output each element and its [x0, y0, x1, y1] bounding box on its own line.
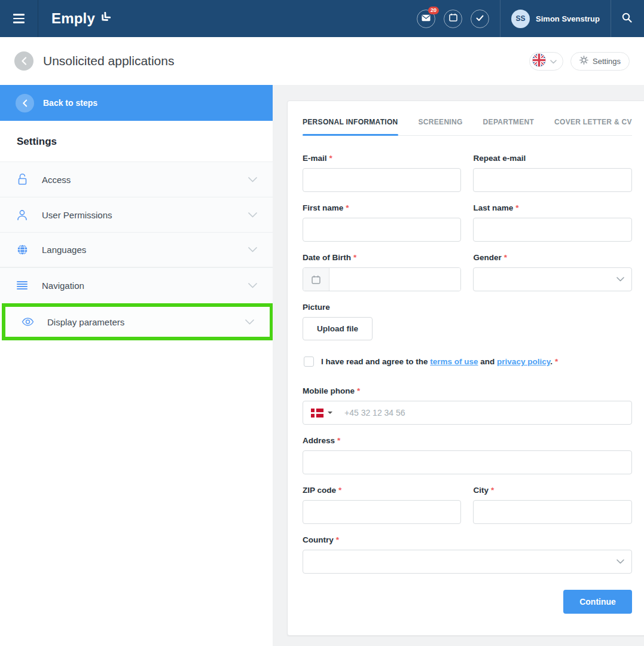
chevron-left-icon: [16, 94, 34, 112]
country-code-selector[interactable]: [303, 409, 340, 418]
app-logo[interactable]: Emply: [51, 10, 111, 27]
settings-button[interactable]: Settings: [570, 52, 630, 71]
required-marker: *: [329, 154, 332, 163]
calendar-icon: [449, 13, 457, 24]
notification-badge: 20: [428, 7, 439, 14]
required-marker: *: [357, 386, 360, 395]
chevron-down-icon: [248, 177, 257, 182]
chevron-down-icon: [248, 247, 257, 252]
required-marker: *: [555, 357, 558, 366]
required-marker: *: [336, 535, 339, 544]
back-button[interactable]: [14, 51, 33, 71]
back-to-steps-label: Back to steps: [43, 98, 97, 108]
user-name: Simon Svenstrup: [536, 14, 600, 23]
repeat-email-field[interactable]: [473, 168, 631, 192]
required-marker: *: [353, 253, 356, 262]
messages-button[interactable]: 20: [417, 10, 435, 28]
calendar-icon[interactable]: [303, 268, 329, 291]
first-name-field[interactable]: [303, 218, 461, 242]
page-title: Unsolicited applications: [43, 54, 174, 68]
city-label: City*: [473, 486, 631, 495]
upload-file-button[interactable]: Upload file: [303, 317, 373, 340]
page-header: Unsolicited applications Settings: [0, 37, 644, 85]
sidebar-item-label: Display parameters: [47, 317, 124, 327]
search-button[interactable]: [622, 13, 632, 25]
chevron-down-icon: [248, 283, 257, 288]
required-marker: *: [515, 203, 518, 212]
logo-text: Emply: [51, 10, 95, 27]
sidebar-heading: Settings: [0, 121, 273, 162]
search-icon: [622, 13, 632, 25]
sidebar-item-label: Languages: [42, 245, 86, 255]
mobile-phone-field[interactable]: [340, 408, 631, 418]
sidebar-item-languages[interactable]: Languages: [0, 232, 273, 267]
checkmark-icon: [476, 13, 484, 24]
sidebar-item-navigation[interactable]: Navigation: [0, 267, 273, 303]
required-marker: *: [504, 253, 507, 262]
calendar-button[interactable]: [444, 10, 462, 28]
city-field[interactable]: [473, 500, 631, 524]
email-field[interactable]: [303, 168, 461, 192]
tab-department[interactable]: DEPARTMENT: [483, 118, 534, 135]
required-marker: *: [337, 436, 340, 445]
sidebar-item-label: Navigation: [42, 281, 84, 291]
last-name-label: Last name*: [473, 203, 631, 212]
terms-of-use-link[interactable]: terms of use: [430, 357, 478, 366]
repeat-email-label: Repeat e-mail: [473, 154, 631, 163]
tasks-button[interactable]: [471, 10, 489, 28]
list-icon: [16, 281, 29, 290]
annotation-highlight-box: Display parameters: [2, 303, 273, 340]
topbar-divider: [611, 0, 611, 37]
user-menu[interactable]: SS Simon Svenstrup: [511, 10, 600, 28]
denmark-flag-icon: [311, 409, 323, 418]
globe-icon: [16, 244, 29, 255]
address-label: Address*: [303, 436, 632, 445]
sidebar-item-label: User Permissions: [42, 210, 112, 220]
main-area: PERSONAL INFORMATION SCREENING DEPARTMEN…: [273, 85, 644, 646]
chevron-down-icon: [245, 319, 254, 325]
settings-button-label: Settings: [593, 57, 621, 66]
required-marker: *: [338, 486, 341, 495]
tab-cover-letter-cv[interactable]: COVER LETTER & CV: [554, 118, 632, 135]
dob-field[interactable]: [329, 268, 460, 291]
last-name-field[interactable]: [473, 218, 631, 242]
sidebar-item-access[interactable]: Access: [0, 162, 273, 197]
tab-personal-information[interactable]: PERSONAL INFORMATION: [303, 118, 398, 135]
address-field[interactable]: [303, 450, 632, 474]
sidebar-item-label: Access: [42, 175, 71, 185]
gender-label: Gender*: [473, 253, 631, 262]
form-tabs: PERSONAL INFORMATION SCREENING DEPARTMEN…: [303, 118, 632, 136]
consent-text: I have read and agree to the terms of us…: [321, 357, 558, 366]
back-to-steps-button[interactable]: Back to steps: [0, 85, 273, 121]
sidebar-item-user-permissions[interactable]: User Permissions: [0, 197, 273, 232]
dob-label: Date of Birth*: [303, 253, 461, 262]
required-marker: *: [346, 203, 349, 212]
mobile-phone-label: Mobile phone*: [303, 386, 632, 395]
top-bar: Emply 20 SS Simon Svenstrup: [0, 0, 644, 37]
gender-select[interactable]: [473, 267, 631, 291]
topbar-divider: [500, 0, 500, 37]
picture-label: Picture: [303, 303, 632, 312]
eye-icon: [21, 318, 34, 326]
language-selector[interactable]: [529, 52, 563, 71]
privacy-policy-link[interactable]: privacy policy: [497, 357, 550, 366]
application-form-card: PERSONAL INFORMATION SCREENING DEPARTMEN…: [287, 100, 644, 636]
uk-flag-icon: [532, 53, 546, 69]
sidebar-item-display-parameters[interactable]: Display parameters: [5, 307, 270, 337]
logo-mark-icon: [99, 12, 111, 26]
hamburger-menu-icon[interactable]: [0, 0, 38, 37]
email-label: E-mail*: [303, 154, 461, 163]
tab-screening[interactable]: SCREENING: [419, 118, 463, 135]
lock-icon: [16, 173, 29, 185]
avatar: SS: [511, 10, 530, 28]
consent-checkbox[interactable]: [304, 356, 314, 367]
continue-button[interactable]: Continue: [563, 590, 632, 614]
required-marker: *: [491, 486, 494, 495]
gear-icon: [579, 56, 588, 66]
chevron-down-icon: [550, 56, 557, 66]
zip-code-field[interactable]: [303, 500, 461, 524]
user-icon: [16, 209, 29, 221]
country-select[interactable]: [303, 550, 632, 574]
envelope-icon: [422, 13, 431, 24]
settings-sidebar: Back to steps Settings Access User Permi…: [0, 85, 273, 646]
